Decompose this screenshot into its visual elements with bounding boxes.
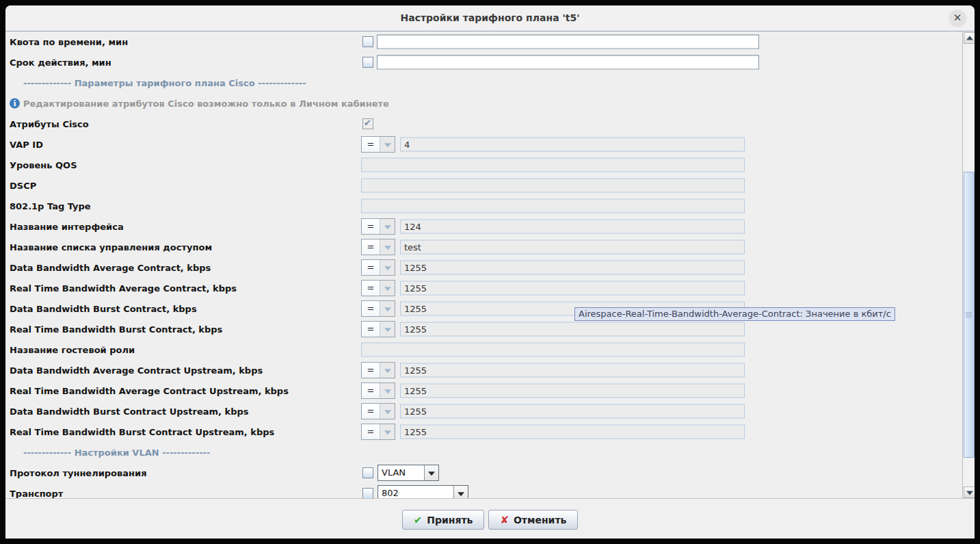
field-label: Квота по времени, мин — [10, 37, 128, 47]
operator-select: = — [361, 218, 395, 235]
accept-button[interactable]: ✔ Принять — [402, 510, 485, 530]
operator-select: = — [361, 403, 395, 419]
value-input: 1255 — [400, 384, 745, 398]
field-label: DSCP — [10, 181, 36, 191]
operator-value: = — [362, 301, 380, 316]
dialog-title: Настройки тарифного плана 't5' — [5, 12, 975, 23]
dropdown-arrow[interactable] — [424, 465, 438, 480]
cancel-x-icon: ✘ — [500, 514, 509, 526]
value-input: 4 — [400, 138, 745, 152]
checkbox[interactable] — [362, 36, 373, 47]
form-row: Data Bandwidth Average Contract Upstream… — [5, 360, 963, 380]
operator-dropdown-arrow — [380, 322, 395, 337]
checkbox[interactable] — [362, 467, 373, 478]
dropdown-value: VLAN — [378, 465, 424, 480]
dropdown-value: 802 — [378, 486, 453, 499]
value-input: 1255 — [400, 425, 745, 439]
form-scroll-area: Квота по времени, минСрок действия, мин-… — [5, 31, 963, 499]
value-input: 1255 — [400, 322, 745, 337]
field-label: Название гостевой роли — [10, 345, 135, 355]
scrollbar-thumb[interactable] — [964, 172, 975, 458]
value-input: 1255 — [400, 261, 745, 275]
chevron-down-icon — [384, 266, 391, 270]
dropdown-select[interactable]: VLAN — [378, 465, 439, 481]
operator-dropdown-arrow — [380, 404, 395, 419]
field-label: Data Bandwidth Burst Contract, kbps — [10, 304, 197, 314]
operator-value: = — [362, 239, 380, 255]
operator-value: = — [362, 219, 380, 234]
operator-value: = — [362, 137, 380, 152]
operator-value: = — [362, 260, 380, 275]
checkbox[interactable] — [362, 57, 373, 68]
cancel-button-label: Отменить — [514, 515, 566, 526]
dropdown-arrow[interactable] — [453, 486, 468, 499]
form-rows: Квота по времени, минСрок действия, мин-… — [5, 31, 963, 499]
form-row: Протокол туннелированияVLAN — [5, 463, 963, 483]
form-row: iРедактирование атрибутов Cisco возможно… — [5, 93, 963, 114]
form-row: Data Bandwidth Burst Contract Upstream, … — [5, 401, 963, 422]
chevron-down-icon — [384, 410, 391, 414]
section-header: ------------- Параметры тарифного плана … — [23, 78, 306, 88]
readonly-input — [361, 343, 745, 357]
operator-value: = — [362, 383, 380, 398]
operator-dropdown-arrow — [380, 219, 395, 234]
operator-value: = — [362, 363, 380, 378]
field-label: Транспорт — [10, 489, 63, 499]
operator-select: = — [361, 136, 395, 153]
checkbox[interactable] — [362, 488, 373, 499]
operator-dropdown-arrow — [380, 239, 395, 255]
form-row: 802.1p Tag Type — [5, 196, 963, 216]
form-row: Квота по времени, мин — [5, 31, 963, 52]
scroll-up-icon[interactable] — [964, 32, 975, 44]
operator-select: = — [361, 300, 395, 317]
form-row: Название списка управления доступом=test — [5, 237, 963, 257]
field-label: Название интерфейса — [10, 222, 124, 232]
text-input[interactable] — [377, 35, 759, 49]
form-row: Data Bandwidth Average Contract, kbps=12… — [5, 257, 963, 278]
chevron-down-icon — [428, 471, 435, 476]
operator-dropdown-arrow — [380, 281, 395, 296]
field-label: Срок действия, мин — [10, 57, 111, 68]
operator-select: = — [361, 362, 395, 378]
field-label: Data Bandwidth Burst Contract Upstream, … — [10, 406, 249, 417]
vertical-scrollbar[interactable] — [962, 31, 975, 499]
form-row: Название гостевой роли — [5, 339, 963, 360]
form-row: ------------- Параметры тарифного плана … — [5, 73, 963, 93]
operator-select: = — [361, 321, 395, 337]
close-icon[interactable]: ✕ — [949, 10, 966, 27]
checkbox: ✔ — [362, 118, 373, 129]
dropdown-select[interactable]: 802 — [378, 485, 468, 499]
form-row: Real Time Bandwidth Burst Contract Upstr… — [5, 422, 963, 442]
dialog-titlebar: Настройки тарифного плана 't5' ✕ — [5, 5, 975, 31]
operator-value: = — [362, 404, 380, 419]
chevron-down-icon — [384, 307, 391, 311]
form-row: Название интерфейса=124 — [5, 216, 963, 237]
form-row: Атрибуты Cisco✔ — [5, 114, 963, 134]
chevron-down-icon — [384, 430, 391, 435]
accept-button-label: Принять — [427, 515, 473, 526]
field-label: Real Time Bandwidth Burst Contract, kbps — [10, 324, 222, 335]
operator-dropdown-arrow — [380, 424, 395, 439]
form-row: Real Time Bandwidth Average Contract Ups… — [5, 380, 963, 401]
cancel-button[interactable]: ✘ Отменить — [488, 510, 578, 530]
form-row: VAP ID=4 — [5, 134, 963, 155]
scroll-down-icon[interactable] — [964, 487, 975, 498]
chevron-down-icon — [384, 328, 391, 332]
info-icon: i — [10, 99, 20, 109]
text-input[interactable] — [377, 55, 759, 70]
field-label: Real Time Bandwidth Average Contract, kb… — [10, 283, 237, 294]
field-label: Атрибуты Cisco — [10, 119, 89, 129]
attribute-tooltip: Airespace-Real-Time-Bandwidth-Average-Co… — [574, 307, 895, 321]
dialog-button-panel: ✔ Принять ✘ Отменить — [5, 498, 975, 539]
field-label: Название списка управления доступом — [10, 242, 212, 252]
check-icon: ✔ — [364, 118, 371, 128]
chevron-down-icon — [384, 389, 391, 393]
value-input: 1255 — [400, 404, 745, 419]
operator-select: = — [361, 239, 395, 255]
field-label: Протокол туннелирования — [10, 468, 146, 478]
value-input: test — [400, 240, 745, 255]
operator-select: = — [361, 424, 395, 440]
form-row: Срок действия, мин — [5, 52, 963, 73]
chevron-down-icon — [384, 369, 391, 373]
section-header: ------------- Настройки VLAN -----------… — [23, 448, 210, 458]
